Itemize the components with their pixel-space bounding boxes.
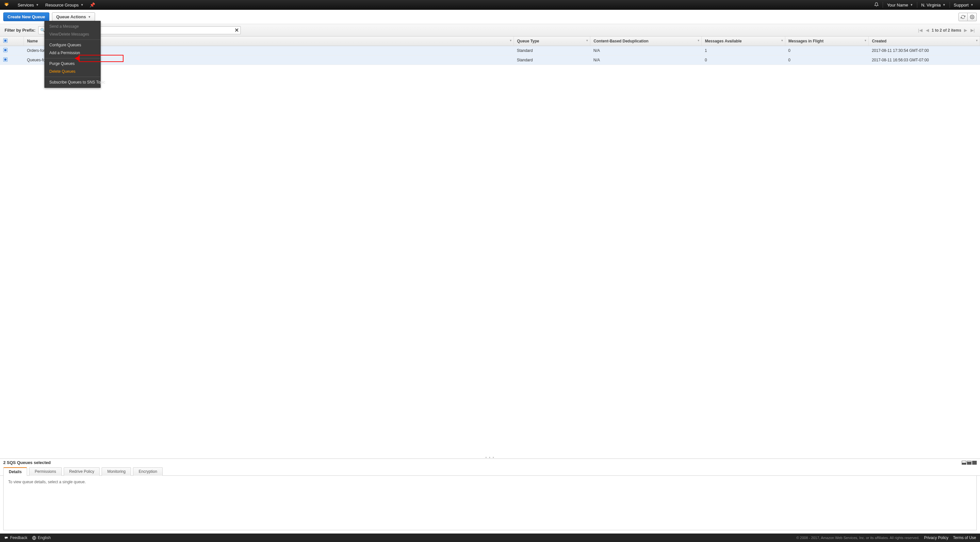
caret-down-icon: ▼	[910, 3, 913, 6]
footer: Feedback English © 2008 - 2017, Amazon W…	[0, 534, 980, 542]
language-label: English	[38, 536, 51, 540]
notifications-icon[interactable]	[871, 2, 882, 8]
menu-send-message: Send a Message	[45, 22, 100, 30]
tab-details[interactable]: Details	[3, 467, 27, 476]
layout-full-icon[interactable]	[972, 461, 977, 465]
menu-subscribe-sns[interactable]: Subscribe Queues to SNS Topic	[45, 78, 100, 86]
table-row[interactable]: Orders-for-Analytics Standard N/A 1 0 20…	[0, 46, 980, 55]
menu-delete-queues[interactable]: Delete Queues	[45, 68, 100, 75]
create-queue-label: Create New Queue	[8, 14, 45, 19]
pin-icon[interactable]: 📌	[87, 2, 98, 8]
queue-table-wrap: Name▾ Queue Type▾ Content-Based Deduplic…	[0, 36, 980, 456]
cell-created: 2017-08-11 17:30:54 GMT-07:00	[869, 46, 980, 55]
pager: |◀ ◀ 1 to 2 of 2 items ▶ ▶|	[918, 28, 975, 33]
tab-redrive-policy[interactable]: Redrive Policy	[64, 467, 100, 476]
col-dedup[interactable]: Content-Based Deduplication▾	[590, 36, 702, 46]
detail-body: To view queue details, select a single q…	[3, 476, 977, 530]
caret-down-icon: ▼	[36, 3, 39, 6]
create-queue-button[interactable]: Create New Queue	[3, 13, 49, 21]
privacy-link[interactable]: Privacy Policy	[924, 536, 949, 540]
nav-support-label: Support	[954, 3, 969, 8]
nav-region[interactable]: N. Virginia▼	[918, 0, 949, 10]
pager-next-icon[interactable]: ▶	[963, 28, 968, 33]
caret-down-icon: ▼	[81, 3, 84, 6]
layout-bottom-icon[interactable]	[962, 461, 966, 465]
nav-services-label: Services	[18, 3, 34, 8]
nav-support[interactable]: Support▼	[951, 0, 977, 10]
col-type-label: Queue Type	[517, 39, 539, 43]
svg-point-2	[972, 16, 973, 17]
feedback-link[interactable]: Feedback	[4, 536, 27, 540]
nav-account[interactable]: Your Name▼	[884, 0, 916, 10]
sort-icon: ▾	[586, 39, 588, 42]
pager-text: 1 to 2 of 2 items	[932, 28, 961, 33]
col-checkbox[interactable]	[0, 36, 24, 46]
row-checkbox[interactable]	[3, 48, 8, 52]
sort-icon: ▾	[698, 39, 699, 42]
layout-switcher	[962, 461, 977, 465]
filter-bar: Filter by Prefix: 🔍 ✕ |◀ ◀ 1 to 2 of 2 i…	[0, 24, 980, 36]
split-handle[interactable]: ● ● ●	[0, 456, 980, 458]
cell-flight: 0	[785, 55, 869, 65]
toolbar-icon-group	[958, 13, 977, 21]
col-msgs-available[interactable]: Messages Available▾	[702, 36, 785, 46]
nav-region-label: N. Virginia	[921, 3, 941, 8]
clear-filter-icon[interactable]: ✕	[235, 27, 239, 33]
cell-type: Standard	[514, 55, 590, 65]
col-dedup-label: Content-Based Deduplication	[593, 39, 648, 43]
col-avail-label: Messages Available	[705, 39, 742, 43]
select-all-checkbox[interactable]	[3, 38, 8, 43]
pager-first-icon[interactable]: |◀	[918, 28, 923, 33]
nav-account-label: Your Name	[887, 3, 908, 8]
nav-services[interactable]: Services▼	[14, 0, 42, 10]
detail-tabs: Details Permissions Redrive Policy Monit…	[0, 465, 980, 476]
selection-summary: 2 SQS Queues selected	[3, 460, 51, 465]
col-created[interactable]: Created▾	[869, 36, 980, 46]
tab-encryption[interactable]: Encryption	[133, 467, 163, 476]
sort-icon: ▾	[781, 39, 783, 42]
menu-add-permission[interactable]: Add a Permission	[45, 49, 100, 57]
menu-configure-queues[interactable]: Configure Queues	[45, 41, 100, 49]
pager-last-icon[interactable]: ▶|	[970, 28, 975, 33]
menu-view-delete-messages: View/Delete Messages	[45, 30, 100, 38]
detail-pane: 2 SQS Queues selected Details Permission…	[0, 458, 980, 534]
table-row[interactable]: Queues-for-Inventory Standard N/A 0 0 20…	[0, 55, 980, 65]
cell-dedup: N/A	[590, 55, 702, 65]
queue-actions-button[interactable]: Queue Actions▼	[52, 13, 95, 21]
action-toolbar: Create New Queue Queue Actions▼	[0, 10, 980, 24]
aws-logo-icon[interactable]	[3, 2, 10, 8]
cell-flight: 0	[785, 46, 869, 55]
caret-down-icon: ▼	[88, 15, 91, 19]
refresh-button[interactable]	[958, 13, 967, 21]
col-queue-type[interactable]: Queue Type▾	[514, 36, 590, 46]
sort-icon: ▾	[510, 39, 512, 42]
queue-actions-label: Queue Actions	[56, 14, 86, 19]
col-msgs-in-flight[interactable]: Messages in Flight▾	[785, 36, 869, 46]
caret-down-icon: ▼	[943, 3, 946, 6]
layout-split-icon[interactable]	[967, 461, 972, 465]
cell-avail: 0	[702, 55, 785, 65]
col-flight-label: Messages in Flight	[789, 39, 824, 43]
cell-type: Standard	[514, 46, 590, 55]
queue-actions-menu: Send a Message View/Delete Messages Conf…	[45, 21, 100, 88]
tab-permissions[interactable]: Permissions	[29, 467, 61, 476]
pager-prev-icon[interactable]: ◀	[925, 28, 930, 33]
caret-down-icon: ▼	[970, 3, 974, 6]
col-name-label: Name	[27, 39, 38, 43]
row-checkbox[interactable]	[3, 57, 8, 62]
language-selector[interactable]: English	[32, 536, 51, 540]
nav-resource-groups[interactable]: Resource Groups▼	[42, 0, 87, 10]
sort-icon: ▾	[865, 39, 866, 42]
nav-resource-groups-label: Resource Groups	[45, 3, 79, 8]
settings-button[interactable]	[967, 13, 977, 21]
tab-monitoring[interactable]: Monitoring	[102, 467, 131, 476]
terms-link[interactable]: Terms of Use	[953, 536, 976, 540]
sort-icon: ▾	[976, 39, 978, 42]
menu-purge-queues[interactable]: Purge Queues	[45, 60, 100, 68]
cell-created: 2017-08-11 16:56:03 GMT-07:00	[869, 55, 980, 65]
cell-dedup: N/A	[590, 46, 702, 55]
svg-marker-1	[4, 4, 9, 6]
feedback-label: Feedback	[10, 536, 27, 540]
queue-table: Name▾ Queue Type▾ Content-Based Deduplic…	[0, 36, 980, 65]
filter-label: Filter by Prefix:	[5, 28, 36, 33]
